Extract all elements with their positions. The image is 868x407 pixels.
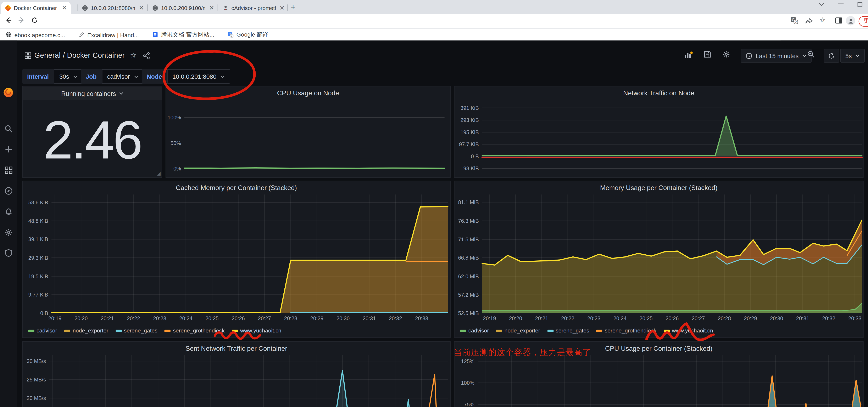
tab-cadvisor[interactable]: cAdvisor - prometheus (/dock ✕ — [219, 2, 288, 14]
svg-text:66.8 MiB: 66.8 MiB — [458, 255, 479, 261]
window-maximize-icon[interactable] — [858, 2, 862, 8]
time-range-label: Last 15 minutes — [755, 52, 799, 59]
dashboard-settings-gear-icon[interactable] — [722, 51, 730, 60]
variable-value-dropdown[interactable]: 10.0.0.201:8080 — [167, 69, 230, 84]
tab-title: cAdvisor - prometheus (/dock — [231, 5, 276, 11]
legend-item-serene_grothendieck[interactable]: serene_grothendieck — [596, 327, 656, 333]
tab-grafana[interactable]: Docker Container - Grafana ✕ — [1, 2, 71, 14]
tab-close-icon[interactable]: ✕ — [61, 4, 67, 11]
network-node-chart[interactable]: 391 KiB293 KiB195 KiB97.7 KiB0 B-98 KiB — [455, 86, 864, 178]
profile-avatar[interactable] — [846, 16, 855, 25]
svg-text:20:20: 20:20 — [509, 315, 522, 321]
tab-title: 10.0.0.201:8080/metrics — [91, 5, 135, 11]
dashboard-grid-icon[interactable] — [24, 52, 32, 61]
bookmark-google-translate[interactable]: G文 Google 翻译 — [227, 31, 269, 38]
bookmark-star-icon[interactable]: ☆ — [819, 16, 826, 24]
panel-title[interactable]: Sent Network Traffic per Container — [23, 345, 450, 352]
legend-item-node_exporter[interactable]: node_exporter — [496, 327, 540, 333]
svg-text:25 MB/s: 25 MB/s — [27, 377, 46, 382]
share-icon[interactable] — [805, 17, 813, 27]
tab-close-icon[interactable]: ✕ — [138, 4, 144, 11]
refresh-button[interactable] — [824, 49, 839, 63]
chevron-down-icon — [133, 75, 138, 78]
translate-icon[interactable]: G文 — [790, 17, 798, 27]
cached-memory-chart[interactable]: 20:1920:2020:2120:2220:2320:2420:2520:26… — [23, 181, 451, 338]
legend-label: serene_grothendieck — [173, 327, 224, 333]
alerting-bell-icon[interactable] — [0, 208, 17, 219]
forward-icon[interactable] — [18, 17, 25, 26]
refresh-interval-dropdown[interactable]: 5s — [840, 49, 865, 63]
svg-text:20:29: 20:29 — [744, 315, 757, 321]
legend-item-cadvisor[interactable]: cadvisor — [460, 327, 489, 333]
tab-divider — [287, 4, 288, 11]
search-icon[interactable] — [0, 124, 17, 135]
window-minimize-icon[interactable] — [838, 0, 844, 8]
person-favicon — [223, 5, 228, 11]
share-dashboard-icon[interactable] — [143, 52, 150, 61]
variable-value: cadvisor — [107, 73, 130, 80]
back-icon[interactable] — [5, 17, 12, 26]
legend-item-serene_gates[interactable]: serene_gates — [116, 327, 157, 333]
legend-item-serene_grothendieck[interactable]: serene_grothendieck — [164, 327, 224, 333]
browser-update-pill[interactable]: 更 — [859, 16, 868, 26]
save-icon[interactable] — [704, 51, 711, 60]
panel-resize-handle[interactable]: ◢ — [157, 171, 160, 176]
shield-icon[interactable] — [0, 249, 17, 259]
add-panel-icon[interactable] — [684, 51, 693, 61]
legend-item-www.yuchaoit.cn[interactable]: www.yuchaoit.cn — [232, 327, 281, 333]
explore-compass-icon[interactable] — [0, 187, 17, 197]
svg-text:125%: 125% — [461, 358, 474, 364]
new-tab-button[interactable]: + — [291, 2, 296, 11]
panel-title[interactable]: Cached Memory per Container (Stacked) — [23, 184, 450, 192]
cpu-node-chart[interactable]: 100%50%0% — [166, 86, 451, 178]
svg-text:20:23: 20:23 — [587, 315, 600, 321]
svg-text:19.5 KiB: 19.5 KiB — [28, 273, 48, 279]
panel-running-containers: Running containers 2.46 ◢ — [22, 86, 162, 178]
tab-metrics-201[interactable]: 10.0.0.201:8080/metrics ✕ — [78, 2, 148, 14]
bookmark-ebook[interactable]: ebook.apecome.c... — [6, 31, 65, 38]
variable-label: Interval — [22, 69, 54, 84]
create-plus-icon[interactable] — [0, 145, 17, 156]
favorite-star-icon[interactable]: ☆ — [130, 51, 136, 59]
grafana-logo[interactable] — [0, 87, 17, 100]
panel-title[interactable]: Network Traffic on Node — [455, 89, 863, 97]
legend-item-www.yuchaoit.cn[interactable]: www.yuchaoit.cn — [664, 327, 713, 333]
time-range-picker[interactable]: Last 15 minutes — [741, 49, 811, 63]
svg-text:57.2 MiB: 57.2 MiB — [458, 292, 479, 298]
panel-header[interactable]: Running containers — [23, 86, 162, 100]
tab-close-icon[interactable]: ✕ — [208, 4, 214, 11]
memory-usage-chart[interactable]: 20:1920:2020:2120:2220:2320:2420:2520:26… — [455, 181, 864, 338]
breadcrumb[interactable]: General / Docker Container — [34, 51, 125, 59]
tab-divider — [77, 4, 78, 11]
tab-close-icon[interactable]: ✕ — [278, 4, 285, 11]
settings-gear-icon[interactable] — [0, 228, 17, 239]
svg-text:20:28: 20:28 — [284, 315, 297, 321]
svg-text:20:32: 20:32 — [822, 315, 835, 321]
tab-metrics-200[interactable]: 10.0.0.200:9100/metrics ✕ — [148, 2, 218, 14]
svg-text:52.5 MiB: 52.5 MiB — [458, 310, 479, 316]
variable-value-dropdown[interactable]: 30s — [54, 69, 83, 84]
window-menu-icon[interactable] — [819, 1, 825, 8]
panel-cached-memory: Cached Memory per Container (Stacked) 20… — [22, 181, 451, 338]
dashboards-grid-icon[interactable] — [0, 166, 17, 177]
panel-title[interactable]: CPU Usage on Node — [166, 89, 450, 97]
legend-item-cadvisor[interactable]: cadvisor — [28, 327, 57, 333]
zoom-out-icon[interactable] — [807, 51, 815, 60]
legend-item-node_exporter[interactable]: node_exporter — [64, 327, 108, 333]
bookmark-excalidraw[interactable]: Excalidraw | Hand... — [79, 31, 139, 38]
variable-label: Job — [81, 69, 102, 84]
svg-text:100%: 100% — [461, 380, 474, 386]
reload-icon[interactable] — [31, 17, 38, 26]
panel-title[interactable]: Memory Usage per Container (Stacked) — [455, 184, 863, 192]
legend-item-serene_gates[interactable]: serene_gates — [547, 327, 589, 333]
legend-label: serene_gates — [124, 327, 157, 333]
chevron-down-icon — [802, 54, 806, 57]
dashboard-variables: Interval 30s Job cadvisor Node 10.0.0.20… — [17, 69, 868, 85]
legend-label: cadvisor — [36, 327, 57, 333]
chevron-down-icon — [855, 54, 860, 57]
side-panel-icon[interactable] — [835, 17, 842, 27]
bookmark-tencent-docs[interactable]: 腾讯文档-官方网站... — [152, 31, 214, 38]
variable-value-dropdown[interactable]: cadvisor — [102, 69, 144, 84]
legend-swatch — [164, 329, 170, 331]
variable-node: Node 10.0.0.201:8080 — [142, 69, 230, 84]
